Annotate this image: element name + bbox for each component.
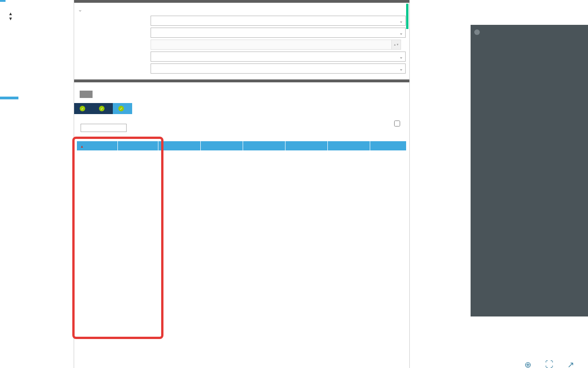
tab-nor-psram[interactable]: ✓	[74, 103, 93, 114]
data-width-dropdown[interactable]: ⌄	[151, 63, 406, 74]
address-input	[151, 40, 392, 50]
highlight-annotation	[72, 137, 163, 339]
search-input[interactable]	[81, 124, 127, 132]
chevron-down-icon[interactable]: ⌄	[78, 6, 82, 13]
reset-config-button[interactable]	[80, 91, 93, 98]
main-config-panel: ⌄ ⌄ ⌄ ▲▼ ⌄ ⌄ ✓	[74, 0, 410, 368]
chevron-down-icon: ⌄	[399, 18, 403, 23]
sort-asc-icon: ▲	[80, 144, 84, 149]
check-icon: ✓	[80, 106, 85, 111]
check-icon: ✓	[118, 106, 124, 111]
check-icon: ✓	[99, 106, 105, 111]
address-spinner: ▲▼	[392, 40, 401, 50]
chip-package-body: S	[471, 25, 588, 316]
pinout-view[interactable]: S ⊕ ⛶ ↗	[410, 0, 588, 368]
col-user-label[interactable]	[327, 141, 370, 150]
chip-select-dropdown[interactable]: ⌄	[151, 16, 406, 26]
chevron-down-icon: ⌄	[399, 54, 403, 59]
col-signal[interactable]	[117, 141, 158, 150]
az-sort-label[interactable]	[0, 0, 6, 2]
lcd-reg-dropdown[interactable]: ⌄	[151, 52, 406, 62]
col-gpio-pullup[interactable]	[243, 141, 285, 150]
tab-user-constants[interactable]: ✓	[93, 103, 113, 114]
col-gpio-mode[interactable]	[200, 141, 243, 150]
col-modified[interactable]	[370, 141, 407, 150]
export-icon[interactable]: ↗	[567, 360, 574, 368]
selection-indicator	[0, 97, 18, 99]
chevron-down-icon: ⌄	[399, 30, 403, 35]
zoom-fit-icon[interactable]: ⊕	[524, 360, 531, 368]
col-gpio-output[interactable]	[158, 141, 200, 150]
tab-gpio-settings[interactable]: ✓	[113, 103, 132, 114]
show-modified-checkbox[interactable]	[394, 121, 400, 126]
pin1-marker-icon	[474, 29, 480, 35]
col-max-output[interactable]	[285, 141, 327, 150]
col-pin-name[interactable]: ▲	[77, 141, 117, 150]
mode-scrollbar[interactable]	[406, 4, 408, 29]
config-tabs: ✓ ✓ ✓	[74, 103, 409, 114]
gpio-table: ▲	[77, 141, 407, 150]
fullscreen-icon[interactable]: ⛶	[545, 360, 553, 368]
chevron-down-icon: ⌄	[399, 66, 403, 71]
sort-toggle-icon[interactable]: ▲▼	[8, 11, 13, 21]
memory-type-dropdown[interactable]: ⌄	[151, 28, 406, 38]
